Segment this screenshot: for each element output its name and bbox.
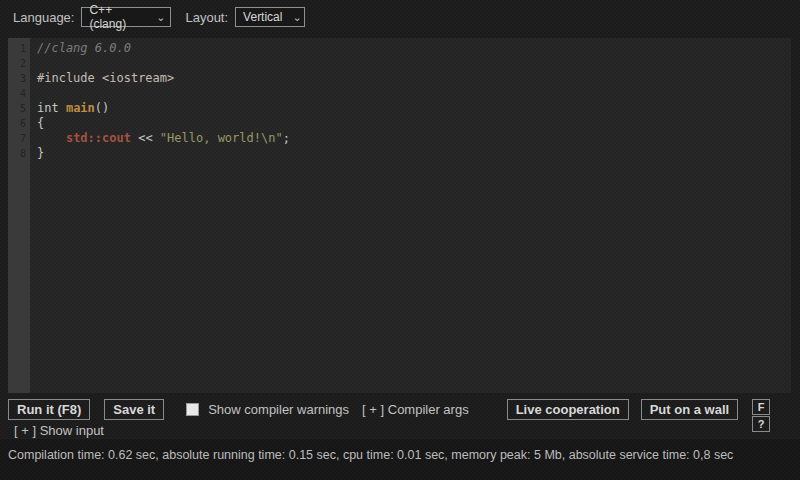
code-token: #include <iostream> [37, 71, 174, 85]
language-label: Language: [13, 10, 74, 25]
code-token: int [37, 101, 66, 115]
code-token: } [37, 146, 44, 160]
line-number: 6 [8, 116, 30, 131]
line-number: 7 [8, 131, 30, 146]
code-line: int main() [37, 101, 791, 116]
line-number: 1 [8, 41, 30, 56]
save-button[interactable]: Save it [104, 399, 164, 420]
status-text: Compilation time: 0.62 sec, absolute run… [0, 439, 800, 462]
put-on-wall-button[interactable]: Put on a wall [641, 399, 738, 420]
controls-row: Run it (F8) Save it Show compiler warnin… [8, 399, 792, 432]
status-bar: Compilation time: 0.62 sec, absolute run… [0, 438, 800, 480]
code-line: { [37, 116, 791, 131]
live-cooperation-button[interactable]: Live cooperation [507, 399, 629, 420]
mini-buttons: F ? [752, 399, 770, 432]
help-button[interactable]: ? [752, 416, 770, 432]
show-warnings-checkbox[interactable] [186, 403, 199, 416]
code-token: << [131, 131, 160, 145]
line-number: 5 [8, 101, 30, 116]
code-token: "Hello, world!\n" [160, 131, 283, 145]
show-input-toggle[interactable]: [ + ] Show input [14, 423, 104, 438]
run-button[interactable]: Run it (F8) [8, 399, 90, 420]
toolbar: Language: C++ (clang) ⌄ Layout: Vertical… [13, 6, 305, 28]
line-number: 4 [8, 86, 30, 101]
line-numbers: 12345678 [8, 38, 30, 393]
code-token: () [95, 101, 109, 115]
code-line: std::cout << "Hello, world!\n"; [37, 131, 791, 146]
code-token: ; [283, 131, 290, 145]
code-line [37, 86, 791, 101]
code-line: //clang 6.0.0 [37, 41, 791, 56]
line-number: 2 [8, 56, 30, 71]
code-line: #include <iostream> [37, 71, 791, 86]
show-warnings-label[interactable]: Show compiler warnings [208, 399, 349, 420]
code-token: //clang 6.0.0 [37, 41, 131, 55]
chevron-down-icon: ⌄ [156, 12, 165, 22]
fullscreen-button[interactable]: F [752, 399, 770, 415]
language-select[interactable]: C++ (clang) ⌄ [81, 7, 171, 27]
rextester-page: { "toolbar": { "language_label": "Langua… [0, 0, 800, 480]
line-number: 8 [8, 146, 30, 161]
layout-label: Layout: [185, 10, 228, 25]
layout-select-value: Vertical [243, 10, 282, 24]
code-token: std::cout [66, 131, 131, 145]
code-editor: 12345678 //clang 6.0.0 #include <iostrea… [8, 38, 791, 393]
chevron-down-icon: ⌄ [292, 12, 301, 22]
compiler-args-toggle[interactable]: [ + ] Compiler args [362, 399, 469, 420]
code-token [37, 131, 66, 145]
layout-select[interactable]: Vertical ⌄ [235, 7, 305, 27]
code-line [37, 56, 791, 71]
code-line: } [37, 146, 791, 161]
language-select-value: C++ (clang) [89, 3, 146, 31]
code-token: { [37, 116, 44, 130]
line-number: 3 [8, 71, 30, 86]
code-lines[interactable]: //clang 6.0.0 #include <iostream> int ma… [30, 38, 791, 393]
code-token: main [66, 101, 95, 115]
